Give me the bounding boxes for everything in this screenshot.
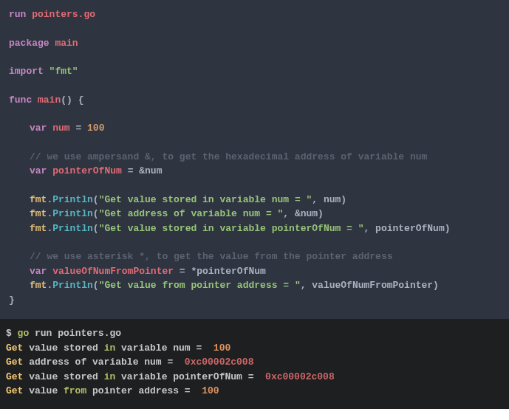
code-line: // we use asterisk *, to get the value f… — [9, 249, 500, 264]
token-args: , pointerOfNum) — [364, 223, 451, 234]
term-token: Get — [6, 357, 23, 368]
term-token: variable pointerOfNum = — [115, 371, 265, 382]
code-line: var pointerOfNum = &num — [9, 164, 500, 179]
token-ident: num — [47, 123, 69, 134]
token-brace: } — [9, 295, 15, 306]
token-pkg: fmt — [30, 280, 47, 291]
term-token: Get — [6, 342, 23, 354]
blank-line — [9, 50, 500, 64]
term-token: variable num = — [115, 342, 213, 354]
token-op: = &num — [122, 165, 163, 176]
token-ident: pointerOfNum — [47, 165, 121, 176]
term-token: Get — [6, 371, 23, 382]
terminal-line: Get value stored in variable pointerOfNu… — [6, 370, 503, 385]
term-value: 0xc00002c008 — [265, 371, 335, 382]
term-token: value stored — [23, 371, 103, 382]
token-ident: main — [32, 94, 61, 106]
term-token: value stored — [23, 342, 103, 354]
token-number: 100 — [87, 123, 104, 134]
term-token: in — [104, 342, 116, 354]
code-line: fmt.Println("Get value stored in variabl… — [9, 221, 500, 236]
token-func: Println — [52, 194, 93, 205]
token-punct: () { — [61, 94, 83, 106]
token-comment: // we use asterisk *, to get the value f… — [30, 251, 392, 262]
token-string: "Get value stored in variable pointerOfN… — [99, 223, 364, 234]
token-string: "Get value from pointer address = " — [99, 280, 301, 291]
blank-line — [9, 136, 500, 150]
term-token: pointer address = — [86, 385, 202, 396]
code-line: run pointers.go — [9, 7, 500, 22]
token-pkg: fmt — [30, 208, 47, 219]
token-string: "Get value stored in variable num = " — [99, 194, 312, 205]
term-token: value — [23, 385, 64, 396]
term-value: 100 — [202, 385, 219, 396]
token-paren: ( — [93, 194, 99, 205]
token-string: "fmt" — [44, 66, 78, 77]
token-keyword: import — [9, 66, 44, 77]
code-line: package main — [9, 36, 500, 51]
code-line: fmt.Println("Get address of variable num… — [9, 207, 500, 221]
code-line: func main() { — [9, 93, 500, 108]
token-keyword: run — [9, 9, 26, 20]
token-keyword: var — [30, 266, 47, 277]
terminal-line: Get value from pointer address = 100 — [6, 384, 503, 399]
token-op: = — [70, 123, 87, 134]
code-line: import "fmt" — [9, 64, 500, 79]
term-value: 0xc00002c008 — [185, 357, 254, 368]
code-editor: run pointers.go package main import "fmt… — [0, 0, 509, 319]
blank-line — [9, 22, 500, 36]
token-func: Println — [52, 208, 93, 219]
code-line: var num = 100 — [9, 121, 500, 136]
token-paren: ( — [93, 280, 99, 291]
code-line: fmt.Println("Get value stored in variabl… — [9, 193, 500, 207]
token-ident: valueOfNumFromPointer — [47, 266, 174, 277]
code-line: // we use ampersand &, to get the hexade… — [9, 150, 500, 165]
term-args: run pointers.go — [29, 328, 121, 339]
token-keyword: package — [9, 38, 49, 49]
blank-line — [9, 107, 500, 121]
prompt-icon: $ — [6, 328, 18, 339]
token-keyword: var — [30, 123, 47, 134]
token-op: = *pointerOfNum — [174, 266, 266, 277]
terminal-line: Get value stored in variable num = 100 — [6, 341, 503, 356]
token-comment: // we use ampersand &, to get the hexade… — [30, 151, 427, 162]
terminal-line: $ go run pointers.go — [6, 326, 503, 341]
token-args: , &num) — [283, 208, 324, 219]
token-func: Println — [52, 223, 93, 234]
blank-line — [9, 179, 500, 193]
token-ident: main — [49, 38, 78, 49]
token-paren: ( — [93, 223, 99, 234]
term-cmd: go — [18, 328, 30, 339]
token-args: , num) — [312, 194, 346, 205]
token-ident: pointers.go — [26, 9, 95, 20]
token-pkg: fmt — [30, 223, 47, 234]
term-value: 100 — [213, 342, 230, 354]
terminal-output: $ go run pointers.go Get value stored in… — [0, 319, 509, 409]
code-line: var valueOfNumFromPointer = *pointerOfNu… — [9, 264, 500, 279]
term-token: in — [104, 371, 116, 382]
term-token: address of variable num = — [23, 357, 184, 368]
terminal-line: Get address of variable num = 0xc00002c0… — [6, 355, 503, 370]
token-args: , valueOfNumFromPointer) — [301, 280, 439, 291]
token-keyword: var — [30, 165, 47, 176]
token-string: "Get address of variable num = " — [99, 208, 284, 219]
token-func: Println — [52, 280, 93, 291]
term-token: from — [64, 385, 86, 396]
code-line: fmt.Println("Get value from pointer addr… — [9, 278, 500, 293]
token-keyword: func — [9, 94, 32, 106]
blank-line — [9, 235, 500, 249]
code-line: } — [9, 293, 500, 308]
term-token: Get — [6, 385, 23, 396]
blank-line — [9, 79, 500, 93]
token-pkg: fmt — [30, 194, 47, 205]
token-paren: ( — [93, 208, 99, 219]
